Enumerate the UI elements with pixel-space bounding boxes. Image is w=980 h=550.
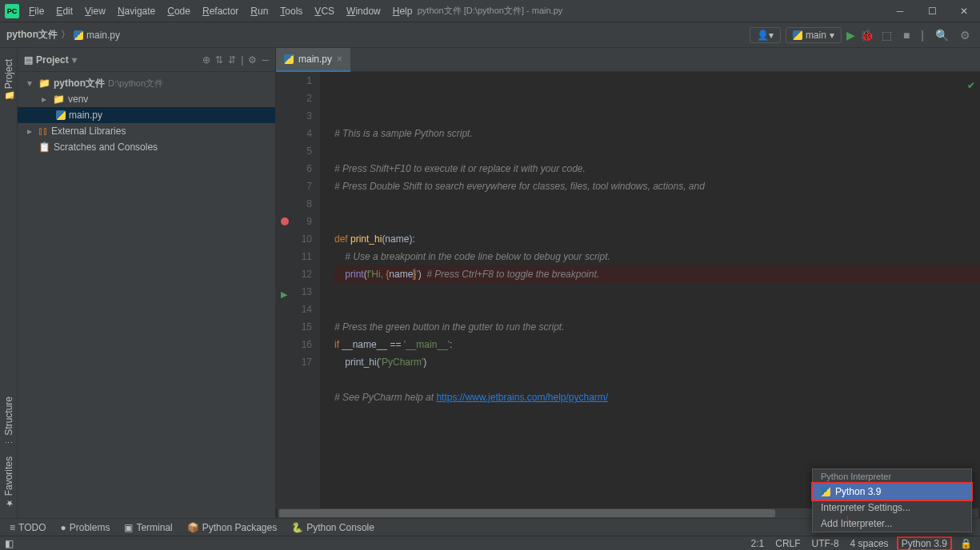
coverage-button[interactable]: ⬚ [878,29,895,42]
python-file-icon [56,110,66,120]
menu-run[interactable]: Run [246,4,273,18]
favorites-tool-tab[interactable]: ★ Favorites [3,452,14,513]
code-line[interactable]: if __name__ == '__main__': [334,336,980,353]
locate-file-button[interactable]: ⊕ [202,54,210,66]
run-config-select[interactable]: main▾ [786,27,842,43]
code-line[interactable]: print(f'Hi, {name}') # Press Ctrl+F8 to … [334,265,980,283]
code-line[interactable]: # Press Double Shift to search everywher… [334,177,980,195]
code-line[interactable]: # Press Shift+F10 to execute it or repla… [334,160,980,177]
tree-main-py[interactable]: main.py [18,107,275,123]
close-tab-button[interactable]: × [337,54,342,65]
close-button[interactable]: ✕ [948,0,980,22]
project-tool-tab[interactable]: 📁 Project [3,54,14,106]
tree-scratches[interactable]: 📋 Scratches and Consoles [18,139,275,155]
user-menu-button[interactable]: 👤▾ [750,27,781,43]
editor-gutter[interactable]: ▶ 1234567891011121314151617 [276,72,320,508]
menu-refactor[interactable]: Refactor [198,4,243,18]
line-separator[interactable]: CRLF [775,538,800,549]
status-bar: ◧ 2:1 CRLF UTF-8 4 spaces Python 3.9 🔒 [0,536,980,550]
bottom-tool-problems[interactable]: ●Problems [60,522,110,533]
menu-vcs[interactable]: VCS [310,4,339,18]
project-settings-button[interactable]: ⚙ [248,54,257,66]
code-line[interactable] [334,195,980,213]
project-tree: ▾📁 python文件 D:\python文件 ▸📁 venv main.py … [18,72,275,158]
expand-all-button[interactable]: ⇅ [215,54,223,66]
stop-button[interactable]: ■ [900,29,913,42]
menu-tools[interactable]: Tools [275,4,307,18]
indent-setting[interactable]: 4 spaces [850,538,889,549]
left-tool-stripe: 📁 Project ⋮ Structure ★ Favorites [0,48,18,520]
maximize-button[interactable]: ☐ [916,0,948,22]
tree-venv-folder[interactable]: ▸📁 venv [18,91,275,107]
file-encoding[interactable]: UTF-8 [812,538,839,549]
python-file-icon [74,30,83,40]
readonly-toggle[interactable]: 🔒 [960,538,972,549]
main-menu: FileEditViewNavigateCodeRefactorRunTools… [24,4,417,18]
search-button[interactable]: 🔍 [932,29,952,42]
bottom-tool-todo[interactable]: ≡TODO [10,522,46,533]
tree-external-libraries[interactable]: ▸⫿⫿ External Libraries [18,123,275,139]
menu-view[interactable]: View [80,4,110,18]
code-line[interactable] [334,301,980,318]
popup-add-interpreter[interactable]: Add Interpreter... [813,516,971,532]
code-line[interactable] [334,213,980,230]
menu-navigate[interactable]: Navigate [113,4,160,18]
menu-edit[interactable]: Edit [51,4,78,18]
code-line[interactable] [334,283,980,301]
menu-window[interactable]: Window [342,4,386,18]
title-bar: PC FileEditViewNavigateCodeRefactorRunTo… [0,0,980,22]
settings-button[interactable]: ⚙ [957,29,974,42]
code-line[interactable]: # Use a breakpoint in the code line belo… [334,248,980,265]
cursor-position[interactable]: 2:1 [751,538,765,549]
divider: | [918,29,927,42]
editor-tab-bar: main.py × [276,48,980,72]
code-line[interactable]: def print_hi(name): [334,230,980,248]
code-line[interactable] [334,371,980,389]
python-icon [793,30,802,40]
interpreter-popup: Python Interpreter Python 3.9 Interprete… [812,468,972,532]
menu-help[interactable]: Help [388,4,418,18]
status-bar-toggle[interactable]: ◧ [5,538,14,549]
editor: main.py × ▶ 1234567891011121314151617 ✔ … [276,48,980,520]
popup-python39[interactable]: Python 3.9 [811,482,973,501]
hide-panel-button[interactable]: ─ [262,54,269,66]
python-icon [821,487,830,496]
project-panel: ▤Project▾ ⊕ ⇅ ⇵ | ⚙ ─ ▾📁 python文件 D:\pyt… [18,48,276,520]
project-panel-title[interactable]: ▤Project▾ [24,54,77,66]
debug-button[interactable]: 🐞 [860,29,874,42]
python-interpreter-status[interactable]: Python 3.9 [897,536,952,551]
code-line[interactable]: # See PyCharm help at https://www.jetbra… [334,389,980,406]
code-line[interactable] [334,142,980,160]
code-line[interactable]: # Press the green button in the gutter t… [334,318,980,336]
code-area[interactable]: ✔ # This is a sample Python script.# Pre… [320,72,980,508]
bottom-tool-python-packages[interactable]: 📦Python Packages [187,522,277,533]
popup-interpreter-settings[interactable]: Interpreter Settings... [813,500,971,516]
run-gutter-icon[interactable]: ▶ [281,285,287,303]
pycharm-logo-icon: PC [5,4,19,18]
python-file-icon [284,54,294,64]
inspections-ok-icon[interactable]: ✔ [967,77,975,94]
menu-file[interactable]: File [24,4,49,18]
breadcrumb[interactable]: python文件 〉 main.py [6,28,120,42]
code-line[interactable] [334,406,980,424]
bottom-tool-terminal[interactable]: ▣Terminal [124,522,172,533]
code-line[interactable]: print_hi('PyCharm') [334,353,980,371]
structure-tool-tab[interactable]: ⋮ Structure [3,392,14,452]
run-button[interactable]: ▶ [846,29,855,42]
code-line[interactable]: # This is a sample Python script. [334,125,980,142]
breakpoint-icon[interactable] [281,217,289,225]
annotation-arrow: ↓ [845,512,850,524]
scrollbar-thumb[interactable] [279,509,775,517]
menu-code[interactable]: Code [162,4,195,18]
collapse-all-button[interactable]: ⇵ [228,54,236,66]
navigation-bar: python文件 〉 main.py 👤▾ main▾ ▶ 🐞 ⬚ ■ | 🔍 … [0,22,980,48]
editor-tab-main[interactable]: main.py × [276,48,350,72]
window-title: python文件 [D:\python文件] - main.py [418,5,563,17]
minimize-button[interactable]: ─ [884,0,916,22]
tree-project-root[interactable]: ▾📁 python文件 D:\python文件 [18,75,275,91]
bottom-tool-python-console[interactable]: 🐍Python Console [291,522,374,533]
